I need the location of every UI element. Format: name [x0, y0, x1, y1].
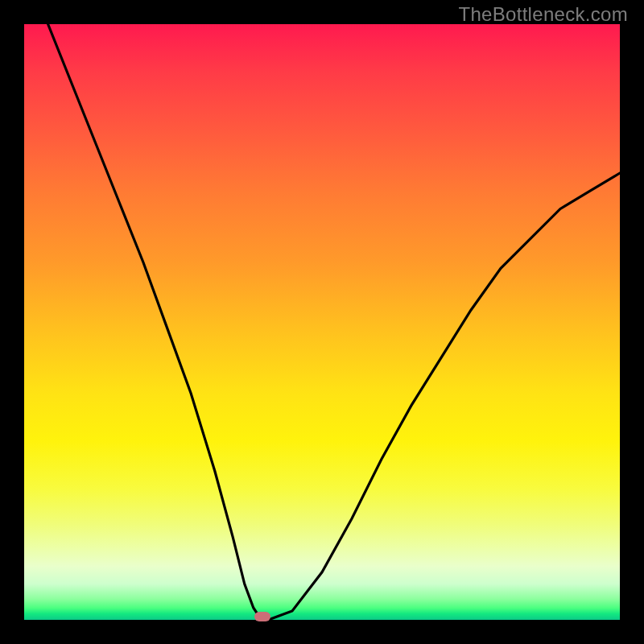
bottleneck-curve: [48, 24, 620, 620]
curve-svg: [24, 24, 620, 620]
optimum-marker: [254, 612, 270, 621]
chart-container: TheBottleneck.com: [0, 0, 644, 644]
watermark-text: TheBottleneck.com: [458, 3, 628, 26]
plot-area: [24, 24, 620, 620]
